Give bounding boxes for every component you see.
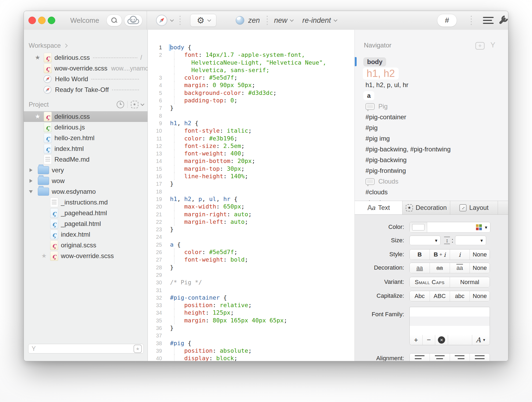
navigator-item[interactable]: h1, h2, p, ul, hr <box>365 80 506 90</box>
filter-input[interactable] <box>36 345 134 352</box>
code-line[interactable]: 3 color: #5e5d7f; <box>148 74 354 81</box>
project-item[interactable]: ςhello-zen.html <box>24 133 147 143</box>
navigator-item[interactable]: #pig-container <box>365 112 506 122</box>
new-menu[interactable]: new <box>274 16 293 25</box>
font-size-select[interactable]: ▼ <box>409 236 441 245</box>
segment-button[interactable] <box>448 335 472 345</box>
code-line[interactable]: 10 font-style: italic; <box>148 127 354 135</box>
code-line[interactable]: 30/* Pig */ <box>148 279 354 286</box>
navigator-item[interactable]: #pig <box>365 122 506 133</box>
star-icon[interactable]: ★ <box>34 55 42 61</box>
chevron-down-icon[interactable] <box>141 102 144 106</box>
workspace-header[interactable]: Workspace <box>24 42 147 50</box>
preview-button[interactable] <box>156 15 173 26</box>
segment-button[interactable]: None <box>470 263 490 273</box>
segment-button[interactable]: Normal <box>450 277 490 287</box>
sidebar-filter-field[interactable]: Y ★ <box>28 344 144 353</box>
code-line[interactable]: 7} <box>148 104 354 112</box>
code-line[interactable]: 17} <box>148 180 354 188</box>
code-line[interactable]: 21 margin-right: auto; <box>148 211 354 218</box>
code-line[interactable]: 24 <box>148 233 354 241</box>
disclosure-triangle[interactable] <box>28 179 34 183</box>
code-line[interactable]: 6 padding-top: 0; <box>148 97 354 104</box>
code-line[interactable]: 14 margin-bottom: 20px; <box>148 157 354 165</box>
navigator-item[interactable]: #pig-frontwing <box>365 165 506 176</box>
code-editor[interactable]: 1body {2 font: 14px/1.7 -apple-system-fo… <box>148 30 354 361</box>
project-item[interactable]: ςoriginal.scss <box>24 240 147 251</box>
navigator-item[interactable]: Clouds <box>365 176 506 187</box>
workspace-item[interactable]: ςwow-override.scsswow....ynamo <box>24 63 147 74</box>
color-well[interactable] <box>410 222 427 232</box>
code-line[interactable]: 35 margin: 80px 165px 40px 65px; <box>148 317 354 324</box>
workspace-item[interactable]: ★ςdelirious.css/ <box>24 52 147 63</box>
wrench-settings-button[interactable] <box>497 15 508 26</box>
code-line[interactable]: 33 position: relative; <box>148 302 354 309</box>
code-line[interactable]: 40 display: block; <box>148 355 354 361</box>
code-line[interactable]: HelveticaNeue-Light, "Helvetica Neue", <box>148 59 354 66</box>
code-line[interactable]: 37 <box>148 332 354 339</box>
code-line[interactable]: 20 max-width: 650px; <box>148 203 354 210</box>
add-group-button[interactable]: + <box>475 42 485 50</box>
navigator-item[interactable]: #pig img <box>365 133 506 144</box>
navigator-item[interactable]: body <box>365 57 506 67</box>
project-item[interactable]: ★ςdelirious.css <box>24 111 147 122</box>
segment-button[interactable]: i <box>450 250 470 260</box>
workspace-item[interactable]: Ready for Take-Off <box>24 84 147 95</box>
project-item[interactable]: ★ςwow-override.scss <box>24 251 147 261</box>
segment-button[interactable]: + <box>410 335 423 345</box>
font-family-listbox[interactable] <box>409 307 490 335</box>
code-line[interactable]: 5 background-color: #d3d3dc; <box>148 89 354 97</box>
code-line[interactable]: 22 margin-left: auto; <box>148 218 354 226</box>
project-item[interactable]: very <box>24 165 147 176</box>
code-line[interactable]: 1body { <box>148 44 354 51</box>
star-icon[interactable]: ★ <box>34 114 42 120</box>
search-button[interactable] <box>106 14 122 26</box>
code-line[interactable]: 36} <box>148 324 354 332</box>
project-header[interactable]: Project <box>24 100 147 109</box>
segment-button[interactable]: A▼ <box>472 335 490 345</box>
code-line[interactable]: 26 color: #5e5d7f; <box>148 248 354 256</box>
code-line[interactable]: 18 <box>148 188 354 195</box>
code-line[interactable]: 8 <box>148 112 354 120</box>
publish-history-icon[interactable] <box>117 101 124 108</box>
code-line[interactable]: 29 <box>148 271 354 279</box>
project-item[interactable]: ςindex.html <box>24 229 147 240</box>
align-left-button[interactable] <box>410 353 430 361</box>
navigator-filter-button[interactable]: Y <box>490 42 495 49</box>
segment-button[interactable]: B <box>410 250 430 260</box>
navigator-item[interactable]: #pig-backwing, #pig-frontwing <box>365 144 506 155</box>
code-line[interactable]: 28} <box>148 264 354 271</box>
segment-button[interactable]: Small Caps <box>410 277 450 287</box>
segment-button[interactable]: Abc <box>410 291 430 301</box>
disclosure-triangle[interactable] <box>28 190 34 193</box>
project-item[interactable]: ςindex.html <box>24 143 147 154</box>
code-line[interactable]: 2 font: 14px/1.7 -apple-system-font, <box>148 51 354 59</box>
code-line[interactable]: 23} <box>148 226 354 233</box>
segment-button[interactable]: ✕ <box>435 335 448 345</box>
code-line[interactable]: 31 <box>148 286 354 294</box>
code-line[interactable]: 25a { <box>148 241 354 248</box>
segment-button[interactable]: aa <box>450 263 470 273</box>
reindent-menu[interactable]: re-indent <box>302 16 336 25</box>
navigator-item[interactable]: #pig-backwing <box>365 155 506 165</box>
code-line[interactable]: 13 font-weight: 400; <box>148 150 354 157</box>
code-line[interactable]: 38#pig { <box>148 340 354 347</box>
line-list-button[interactable] <box>483 17 494 24</box>
code-line[interactable]: 15 margin-top: 30px; <box>148 165 354 173</box>
project-item[interactable]: ς_pagehead.html <box>24 208 147 218</box>
segment-button[interactable]: aa <box>430 263 450 273</box>
segment-button[interactable]: None <box>470 250 490 260</box>
tab-text[interactable]: Aa Text <box>355 201 402 214</box>
code-area[interactable]: 1body {2 font: 14px/1.7 -apple-system-fo… <box>148 30 354 361</box>
hash-navigator-button[interactable]: # <box>437 14 457 27</box>
zoom-button[interactable] <box>48 17 55 24</box>
code-line[interactable]: 11 color: #e3b196; <box>148 135 354 142</box>
plugins-button[interactable]: ⚙ <box>190 14 216 27</box>
project-item[interactable]: wow <box>24 176 147 186</box>
star-icon[interactable]: ★ <box>40 253 48 259</box>
segment-button[interactable]: abc <box>450 291 470 301</box>
navigator-item[interactable]: a <box>365 90 506 101</box>
align-right-button[interactable] <box>450 353 470 361</box>
segment-button[interactable]: None <box>470 291 490 301</box>
segment-button[interactable]: ABC <box>430 291 450 301</box>
